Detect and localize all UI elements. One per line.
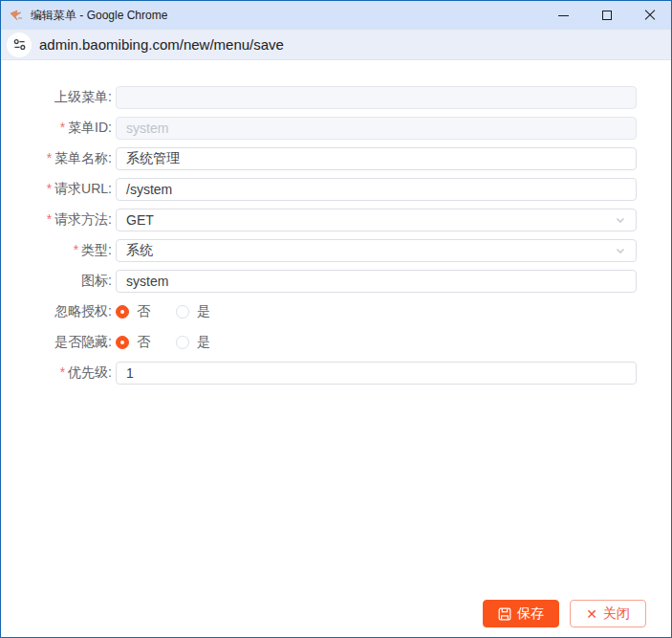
required-mark: * xyxy=(47,181,52,196)
radio-no[interactable]: 否 xyxy=(116,334,150,351)
window-title: 编辑菜单 - Google Chrome xyxy=(31,8,167,24)
footer-actions: 保存 ✕ 关闭 xyxy=(483,600,646,627)
form-row-request-method: *请求方法: GET xyxy=(1,209,671,231)
chevron-down-icon xyxy=(615,214,626,226)
minimize-button[interactable] xyxy=(542,1,585,30)
site-info-button[interactable] xyxy=(7,33,32,57)
field-label: 是否隐藏: xyxy=(28,334,112,351)
window-controls xyxy=(542,1,671,30)
field-label: *请求方法: xyxy=(28,211,112,229)
chevron-down-icon xyxy=(615,245,626,256)
radio-label: 是 xyxy=(197,334,210,351)
select-value: 系统 xyxy=(126,242,615,259)
page-content: 上级菜单: *菜单ID: *菜单名称: *请求URL: *请求方法: GET xyxy=(1,60,671,637)
field-label: *类型: xyxy=(28,242,112,259)
popup-window: 编辑菜单 - Google Chrome admin.baomibing.com… xyxy=(0,0,672,638)
close-icon xyxy=(644,10,656,21)
radio-circle-icon xyxy=(116,305,129,319)
form-row-menu-id: *菜单ID: xyxy=(1,117,671,140)
save-button[interactable]: 保存 xyxy=(483,600,559,627)
form-row-ignore-auth: 忽略授权: 否 是 xyxy=(1,300,671,323)
field-label: *菜单名称: xyxy=(28,150,112,167)
close-window-button[interactable] xyxy=(628,1,671,30)
radio-label: 否 xyxy=(137,334,150,351)
menu-name-input[interactable] xyxy=(116,147,637,170)
priority-input[interactable] xyxy=(116,362,637,385)
field-label: *菜单ID: xyxy=(28,120,112,137)
radio-yes[interactable]: 是 xyxy=(176,303,210,320)
field-label: 上级菜单: xyxy=(28,89,112,106)
floppy-disk-icon xyxy=(498,607,511,621)
radio-label: 是 xyxy=(197,303,210,320)
icon-input[interactable] xyxy=(116,270,637,293)
required-mark: * xyxy=(47,211,52,227)
required-mark: * xyxy=(60,120,65,135)
field-label: *优先级: xyxy=(28,364,112,382)
form-row-menu-name: *菜单名称: xyxy=(1,147,671,170)
radio-circle-icon xyxy=(116,336,129,349)
required-mark: * xyxy=(74,242,78,257)
radio-circle-icon xyxy=(176,336,189,349)
tune-icon xyxy=(12,37,27,52)
form-row-priority: *优先级: xyxy=(1,362,671,385)
close-button[interactable]: ✕ 关闭 xyxy=(570,600,646,627)
request-method-select[interactable]: GET xyxy=(116,209,637,231)
radio-yes[interactable]: 是 xyxy=(176,334,210,351)
required-mark: * xyxy=(60,364,65,380)
select-value: GET xyxy=(126,212,615,228)
form-row-icon: 图标: xyxy=(1,270,671,293)
menu-id-input[interactable] xyxy=(116,117,637,140)
close-x-icon: ✕ xyxy=(586,607,597,621)
radio-label: 否 xyxy=(137,303,150,320)
field-label: *请求URL: xyxy=(28,181,112,198)
address-bar: admin.baomibing.com/new/menu/save xyxy=(1,30,671,60)
maximize-icon xyxy=(602,11,612,20)
form-row-parent-menu: 上级菜单: xyxy=(1,86,671,109)
request-url-input[interactable] xyxy=(116,178,637,201)
parent-menu-input[interactable] xyxy=(116,86,637,109)
type-select[interactable]: 系统 xyxy=(116,239,637,262)
hidden-radio-group: 否 是 xyxy=(116,331,236,354)
close-button-label: 关闭 xyxy=(603,605,630,623)
favicon-icon xyxy=(9,8,24,23)
field-label: 图标: xyxy=(28,273,112,290)
radio-no[interactable]: 否 xyxy=(116,303,150,320)
ignore-auth-radio-group: 否 是 xyxy=(116,300,236,323)
form-row-request-url: *请求URL: xyxy=(1,178,671,201)
save-button-label: 保存 xyxy=(517,605,544,623)
maximize-button[interactable] xyxy=(585,1,628,30)
minimize-icon xyxy=(558,15,569,16)
form-row-hidden: 是否隐藏: 否 是 xyxy=(1,331,671,354)
field-label: 忽略授权: xyxy=(28,303,112,320)
required-mark: * xyxy=(47,150,52,165)
title-bar: 编辑菜单 - Google Chrome xyxy=(1,1,671,30)
url-text[interactable]: admin.baomibing.com/new/menu/save xyxy=(39,36,284,53)
form-row-type: *类型: 系统 xyxy=(1,239,671,262)
radio-circle-icon xyxy=(176,305,189,319)
